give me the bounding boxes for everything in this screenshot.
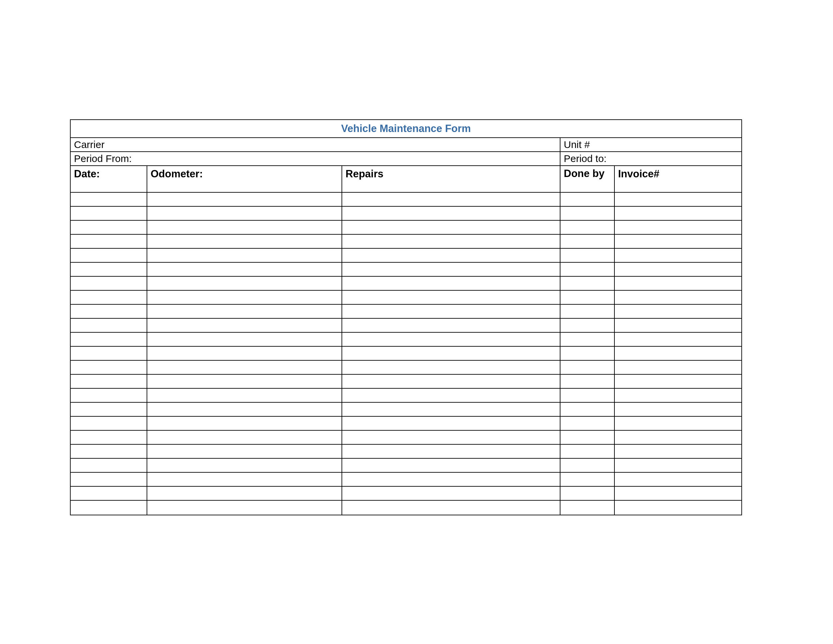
- cell-odometer[interactable]: [147, 501, 342, 515]
- cell-doneby[interactable]: [560, 347, 615, 360]
- cell-doneby[interactable]: [560, 319, 615, 332]
- cell-odometer[interactable]: [147, 487, 342, 500]
- cell-date[interactable]: [71, 262, 147, 276]
- cell-doneby[interactable]: [560, 221, 615, 234]
- cell-date[interactable]: [71, 445, 147, 458]
- cell-odometer[interactable]: [147, 445, 342, 458]
- cell-odometer[interactable]: [147, 333, 342, 346]
- cell-date[interactable]: [71, 431, 147, 444]
- cell-doneby[interactable]: [560, 487, 615, 500]
- cell-odometer[interactable]: [147, 459, 342, 472]
- cell-repairs[interactable]: [342, 473, 560, 486]
- cell-repairs[interactable]: [342, 487, 560, 500]
- cell-repairs[interactable]: [342, 235, 560, 248]
- cell-odometer[interactable]: [147, 305, 342, 318]
- cell-date[interactable]: [71, 417, 147, 430]
- cell-date[interactable]: [71, 291, 147, 304]
- cell-invoice[interactable]: [615, 277, 741, 290]
- cell-doneby[interactable]: [560, 473, 615, 486]
- cell-doneby[interactable]: [560, 207, 615, 220]
- cell-date[interactable]: [71, 375, 147, 388]
- cell-repairs[interactable]: [342, 249, 560, 262]
- cell-repairs[interactable]: [342, 207, 560, 220]
- cell-invoice[interactable]: [615, 291, 741, 304]
- cell-repairs[interactable]: [342, 459, 560, 472]
- cell-invoice[interactable]: [615, 361, 741, 374]
- cell-doneby[interactable]: [560, 262, 615, 276]
- cell-doneby[interactable]: [560, 417, 615, 430]
- cell-repairs[interactable]: [342, 305, 560, 318]
- cell-odometer[interactable]: [147, 207, 342, 220]
- cell-doneby[interactable]: [560, 389, 615, 402]
- cell-doneby[interactable]: [560, 305, 615, 318]
- cell-repairs[interactable]: [342, 361, 560, 374]
- cell-date[interactable]: [71, 487, 147, 500]
- cell-repairs[interactable]: [342, 291, 560, 304]
- cell-doneby[interactable]: [560, 235, 615, 248]
- cell-date[interactable]: [71, 305, 147, 318]
- cell-repairs[interactable]: [342, 347, 560, 360]
- cell-date[interactable]: [71, 235, 147, 248]
- cell-repairs[interactable]: [342, 445, 560, 458]
- cell-repairs[interactable]: [342, 402, 560, 416]
- cell-invoice[interactable]: [615, 262, 741, 276]
- cell-repairs[interactable]: [342, 319, 560, 332]
- cell-odometer[interactable]: [147, 347, 342, 360]
- cell-date[interactable]: [71, 221, 147, 234]
- cell-invoice[interactable]: [615, 333, 741, 346]
- cell-date[interactable]: [71, 473, 147, 486]
- cell-doneby[interactable]: [560, 249, 615, 262]
- cell-doneby[interactable]: [560, 375, 615, 388]
- cell-invoice[interactable]: [615, 207, 741, 220]
- cell-odometer[interactable]: [147, 193, 342, 206]
- cell-invoice[interactable]: [615, 501, 741, 515]
- cell-date[interactable]: [71, 389, 147, 402]
- cell-doneby[interactable]: [560, 402, 615, 416]
- cell-doneby[interactable]: [560, 361, 615, 374]
- cell-doneby[interactable]: [560, 459, 615, 472]
- cell-invoice[interactable]: [615, 249, 741, 262]
- cell-repairs[interactable]: [342, 431, 560, 444]
- cell-invoice[interactable]: [615, 319, 741, 332]
- cell-date[interactable]: [71, 501, 147, 515]
- cell-invoice[interactable]: [615, 221, 741, 234]
- cell-odometer[interactable]: [147, 402, 342, 416]
- cell-odometer[interactable]: [147, 221, 342, 234]
- cell-date[interactable]: [71, 347, 147, 360]
- cell-doneby[interactable]: [560, 501, 615, 515]
- cell-date[interactable]: [71, 193, 147, 206]
- cell-invoice[interactable]: [615, 445, 741, 458]
- cell-odometer[interactable]: [147, 235, 342, 248]
- cell-invoice[interactable]: [615, 375, 741, 388]
- cell-odometer[interactable]: [147, 431, 342, 444]
- cell-invoice[interactable]: [615, 473, 741, 486]
- cell-repairs[interactable]: [342, 375, 560, 388]
- cell-invoice[interactable]: [615, 305, 741, 318]
- cell-doneby[interactable]: [560, 431, 615, 444]
- cell-invoice[interactable]: [615, 417, 741, 430]
- cell-date[interactable]: [71, 249, 147, 262]
- cell-date[interactable]: [71, 333, 147, 346]
- cell-odometer[interactable]: [147, 319, 342, 332]
- cell-odometer[interactable]: [147, 361, 342, 374]
- cell-doneby[interactable]: [560, 445, 615, 458]
- cell-invoice[interactable]: [615, 487, 741, 500]
- cell-odometer[interactable]: [147, 375, 342, 388]
- cell-doneby[interactable]: [560, 277, 615, 290]
- cell-invoice[interactable]: [615, 193, 741, 206]
- cell-repairs[interactable]: [342, 501, 560, 515]
- cell-odometer[interactable]: [147, 277, 342, 290]
- cell-invoice[interactable]: [615, 402, 741, 416]
- cell-invoice[interactable]: [615, 235, 741, 248]
- cell-odometer[interactable]: [147, 417, 342, 430]
- cell-repairs[interactable]: [342, 277, 560, 290]
- cell-repairs[interactable]: [342, 417, 560, 430]
- cell-invoice[interactable]: [615, 431, 741, 444]
- cell-invoice[interactable]: [615, 389, 741, 402]
- cell-repairs[interactable]: [342, 193, 560, 206]
- cell-date[interactable]: [71, 277, 147, 290]
- cell-date[interactable]: [71, 402, 147, 416]
- cell-invoice[interactable]: [615, 347, 741, 360]
- cell-odometer[interactable]: [147, 262, 342, 276]
- cell-date[interactable]: [71, 207, 147, 220]
